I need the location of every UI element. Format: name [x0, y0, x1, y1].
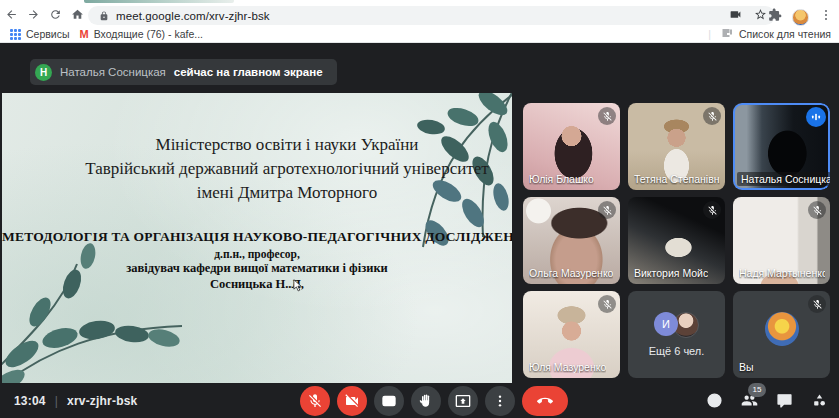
gmail-icon: M	[80, 29, 89, 40]
mic-off-icon	[703, 107, 721, 125]
meeting-code: xrv-zjhr-bsk	[67, 394, 137, 408]
present-screen-button[interactable]	[448, 386, 478, 416]
meeting-details-button[interactable]	[704, 391, 724, 411]
participant-name: Вы	[739, 361, 754, 373]
meeting-meta: 13:04 | xrv-zjhr-bsk	[14, 383, 137, 418]
browser-nav-row: meet.google.com/xrv-zjhr-bsk	[0, 3, 839, 26]
slide-subtitle-degree: д.п.н., професор,	[2, 248, 512, 260]
raise-hand-button[interactable]	[411, 386, 441, 416]
back-icon[interactable]	[0, 4, 22, 26]
browser-chrome: meet.google.com/xrv-zjhr-bsk С	[0, 0, 839, 43]
toast-avatar: Н	[35, 64, 52, 81]
participant-tile[interactable]: Тетяна Степанівн...	[628, 103, 725, 190]
participant-name: Юля Мазуренко	[529, 361, 606, 373]
participant-grid: Юлія Блашко Тетяна Степанівн... Наталья …	[523, 103, 830, 378]
participant-name: Тетяна Степанівн...	[634, 173, 720, 185]
url-text: meet.google.com/xrv-zjhr-bsk	[116, 10, 270, 22]
lock-icon	[99, 11, 109, 21]
chat-button[interactable]	[774, 391, 794, 411]
mouse-cursor	[293, 279, 302, 292]
participant-tile[interactable]: Ольга Мазуренко	[523, 197, 620, 284]
call-controls	[300, 386, 568, 416]
mic-off-icon	[808, 295, 826, 313]
mic-off-icon	[598, 295, 616, 313]
slide-header: Міністерство освіти і науки України Тавр…	[62, 133, 512, 205]
participants-count-badge: 15	[748, 383, 766, 397]
participant-tile[interactable]: Юля Мазуренко	[523, 291, 620, 378]
presenting-toast: Н Наталья Сосницкая сейчас на главном эк…	[30, 59, 337, 85]
participant-name: Наталья Сосницкая	[737, 172, 830, 186]
more-options-button[interactable]	[485, 386, 515, 416]
presented-slide: Міністерство освіти і науки України Тавр…	[2, 93, 512, 383]
participant-tile[interactable]: Надя Мартыненко	[733, 197, 830, 284]
reading-list-button[interactable]: Список для чтения	[739, 28, 831, 40]
participants-button[interactable]: 15	[739, 391, 759, 411]
self-tile[interactable]: Вы	[733, 291, 830, 378]
mic-off-icon	[703, 201, 721, 219]
slide-title-block: МЕТОДОЛОГІЯ ТА ОРГАНІЗАЦІЯ НАУКОВО-ПЕДАГ…	[2, 229, 512, 292]
overflow-count-label: Ещё 6 чел.	[649, 345, 705, 357]
slide-header-line1: Міністерство освіти і науки України	[62, 133, 512, 157]
participant-tile[interactable]: Виктория Мойс	[628, 197, 725, 284]
home-icon[interactable]	[66, 4, 88, 26]
google-meet-window: meet.google.com/xrv-zjhr-bsk С	[0, 0, 839, 418]
participant-name: Виктория Мойс	[634, 267, 708, 279]
mic-off-icon	[598, 201, 616, 219]
toast-speaker-name: Наталья Сосницкая	[60, 66, 166, 78]
participant-name: Ольга Мазуренко	[529, 267, 613, 279]
participant-name: Юлія Блашко	[529, 173, 594, 185]
audio-speaking-icon	[806, 107, 826, 127]
profile-avatar[interactable]	[792, 9, 809, 26]
bookmark-services[interactable]: Сервисы	[10, 28, 70, 40]
activities-button[interactable]	[809, 391, 829, 411]
mic-off-icon	[598, 107, 616, 125]
apps-grid-icon	[10, 29, 21, 40]
captions-button[interactable]	[374, 386, 404, 416]
tab-camera-indicator-icon[interactable]	[729, 7, 742, 25]
camera-toggle-button[interactable]	[337, 386, 367, 416]
slide-header-line2: Таврійський державний агротехнологічний …	[62, 157, 512, 181]
meet-stage: Н Наталья Сосницкая сейчас на главном эк…	[0, 43, 839, 418]
address-bar[interactable]: meet.google.com/xrv-zjhr-bsk	[88, 6, 775, 25]
clock-time: 13:04	[14, 394, 46, 408]
overflow-participants-tile[interactable]: И Ещё 6 чел.	[628, 291, 725, 378]
participant-name: Надя Мартыненко	[739, 267, 825, 279]
reload-icon[interactable]	[44, 4, 66, 26]
meet-control-bar: 13:04 | xrv-zjhr-bsk	[0, 383, 839, 418]
slide-subtitle-position: завідувач кафедри вищої математики і фіз…	[2, 261, 512, 276]
panel-controls: 15	[704, 383, 829, 418]
mic-off-icon	[808, 201, 826, 219]
extensions-icon[interactable]	[768, 8, 782, 26]
browser-menu-icon[interactable]	[819, 8, 833, 26]
slide-title: МЕТОДОЛОГІЯ ТА ОРГАНІЗАЦІЯ НАУКОВО-ПЕДАГ…	[2, 229, 512, 245]
forward-icon[interactable]	[22, 4, 44, 26]
self-avatar-logo	[765, 312, 799, 346]
end-call-button[interactable]	[522, 386, 568, 416]
overflow-avatar-letter: И	[654, 312, 678, 336]
participant-tile[interactable]: Юлія Блашко	[523, 103, 620, 190]
bookmark-gmail[interactable]: M Входящие (76) - kafe...	[80, 28, 203, 40]
bookmarks-bar: Сервисы M Входящие (76) - kafe... | Спис…	[0, 26, 839, 43]
participant-tile-active-speaker[interactable]: Наталья Сосницкая	[733, 103, 830, 190]
slide-header-line3: імені Дмитра Моторного	[62, 181, 512, 205]
bookmark-star-icon[interactable]	[754, 7, 767, 25]
mic-toggle-button[interactable]	[300, 386, 330, 416]
toast-message: сейчас на главном экране	[174, 66, 323, 78]
reading-list-icon	[721, 27, 733, 41]
slide-subtitle-name: Сосницька Н..Л,	[2, 277, 512, 292]
